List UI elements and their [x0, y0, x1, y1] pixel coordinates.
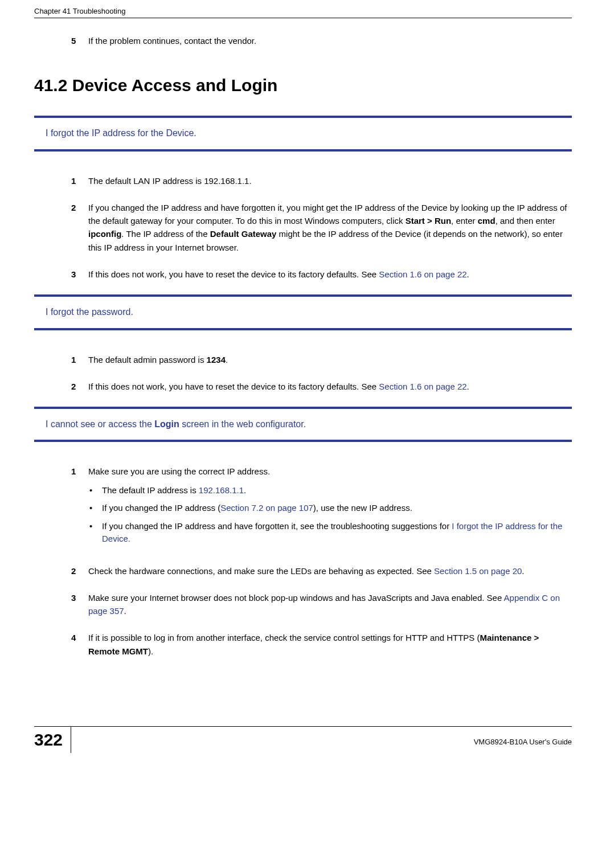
- bullet-item: •The default IP address is 192.168.1.1.: [88, 484, 572, 497]
- issue-title: I forgot the IP address for the Device.: [46, 128, 196, 138]
- bullet-dot: •: [88, 520, 102, 545]
- header-chapter: Chapter 41 Troubleshooting: [34, 7, 125, 15]
- cross-reference-link[interactable]: Section 7.2 on page 107: [220, 503, 313, 513]
- page-footer: 322 VMG8924-B10A User's Guide: [34, 726, 572, 753]
- page-number: 322: [34, 727, 71, 753]
- list-number: 5: [71, 34, 88, 47]
- bullet-text: If you changed the IP address (Section 7…: [102, 502, 572, 514]
- list-text: If the problem continues, contact the ve…: [88, 34, 572, 47]
- footer-guide: VMG8924-B10A User's Guide: [474, 738, 572, 746]
- issue2-list: 1The default admin password is 1234.2If …: [71, 353, 572, 394]
- list-text: Check the hardware connections, and make…: [88, 564, 572, 578]
- list-text: If this does not work, you have to reset…: [88, 380, 572, 393]
- section-heading: 41.2 Device Access and Login: [34, 76, 572, 95]
- list-item: 1Make sure you are using the correct IP …: [71, 465, 572, 550]
- issue1-list: 1The default LAN IP address is 192.168.1…: [71, 174, 572, 281]
- cross-reference-link[interactable]: Section 1.6 on page 22: [379, 269, 466, 279]
- list-item: 2If this does not work, you have to rese…: [71, 380, 572, 393]
- list-number: 3: [71, 268, 88, 281]
- bullet-item: •If you changed the IP address (Section …: [88, 502, 572, 514]
- list-text: The default LAN IP address is 192.168.1.…: [88, 174, 572, 187]
- list-item: 2If you changed the IP address and have …: [71, 201, 572, 254]
- list-text: If this does not work, you have to reset…: [88, 268, 572, 281]
- cross-reference-link[interactable]: Section 1.5 on page 20: [434, 566, 522, 576]
- issue-title: I forgot the password.: [46, 307, 133, 317]
- bullet-dot: •: [88, 502, 102, 514]
- bullet-text: The default IP address is 192.168.1.1.: [102, 484, 572, 497]
- list-text: Make sure your Internet browser does not…: [88, 591, 572, 618]
- list-number: 3: [71, 591, 88, 618]
- list-text: If it is possible to log in from another…: [88, 631, 572, 658]
- list-item: 1The default admin password is 1234.: [71, 353, 572, 366]
- list-number: 1: [71, 353, 88, 366]
- issue3-list: 1Make sure you are using the correct IP …: [71, 465, 572, 658]
- list-item: 3If this does not work, you have to rese…: [71, 268, 572, 281]
- list-text: The default admin password is 1234.: [88, 353, 572, 366]
- list-item: 4If it is possible to log in from anothe…: [71, 631, 572, 658]
- issue-title-box: I forgot the IP address for the Device.: [34, 116, 572, 151]
- list-text: Make sure you are using the correct IP a…: [88, 465, 572, 550]
- list-number: 2: [71, 380, 88, 393]
- issue-title-box: I forgot the password.: [34, 294, 572, 330]
- issue-title-box: I cannot see or access the Login screen …: [34, 407, 572, 442]
- list-number: 1: [71, 465, 88, 550]
- list-number: 2: [71, 564, 88, 578]
- issue-title: I cannot see or access the Login screen …: [46, 419, 306, 429]
- list-item: 2Check the hardware connections, and mak…: [71, 564, 572, 578]
- cross-reference-link[interactable]: 192.168.1.1: [199, 485, 244, 495]
- bullet-item: •If you changed the IP address and have …: [88, 520, 572, 545]
- list-number: 4: [71, 631, 88, 658]
- page-header: Chapter 41 Troubleshooting: [34, 0, 572, 18]
- list-number: 2: [71, 201, 88, 254]
- bullet-text: If you changed the IP address and have f…: [102, 520, 572, 545]
- cross-reference-link[interactable]: Section 1.6 on page 22: [379, 382, 466, 391]
- list-item: 3Make sure your Internet browser does no…: [71, 591, 572, 618]
- list-item: 1The default LAN IP address is 192.168.1…: [71, 174, 572, 187]
- list-text: If you changed the IP address and have f…: [88, 201, 572, 254]
- list-number: 1: [71, 174, 88, 187]
- list-item: 5 If the problem continues, contact the …: [71, 34, 572, 47]
- bullet-dot: •: [88, 484, 102, 497]
